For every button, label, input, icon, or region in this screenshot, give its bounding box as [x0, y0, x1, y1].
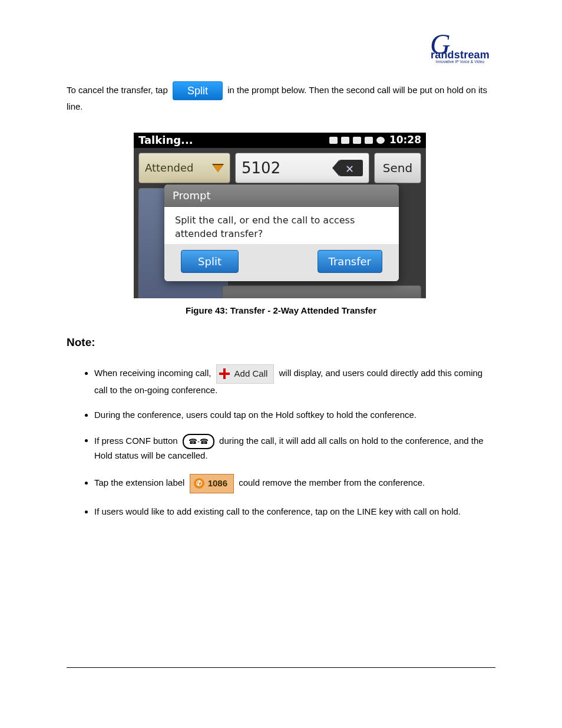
close-icon: ✕ — [345, 162, 354, 176]
footer-rule — [67, 667, 495, 668]
dialog-transfer-button[interactable]: Transfer — [318, 250, 382, 273]
empty-area-bar — [222, 285, 421, 298]
b5-text: If users would like to add existing call… — [94, 506, 461, 516]
backspace-button[interactable]: ✕ — [339, 160, 363, 176]
conf-hardkey-icon: ☎-☎ — [183, 434, 214, 449]
voicemail-icon — [341, 137, 349, 144]
b4-pre: Tap the extension label — [94, 477, 184, 487]
card-icon — [329, 137, 338, 144]
number-input[interactable]: 5102 ✕ — [235, 153, 369, 183]
phone-screenshot: Talking... 10:28 Attended 5102 ✕ Send — [134, 133, 426, 298]
intro-paragraph: To cancel the transfer, tap Split in the… — [67, 81, 495, 113]
handset-right-icon: ☎ — [200, 436, 209, 447]
dialog-split-button[interactable]: Split — [181, 250, 239, 273]
dialog-message: Split the call, or end the call to acces… — [164, 207, 399, 244]
calc-icon — [365, 137, 373, 144]
note-heading: Note: — [67, 335, 95, 351]
transfer-top-row: Attended 5102 ✕ Send — [134, 148, 426, 183]
brand-logo: G randstream Innovative IP Voice & Video — [428, 34, 492, 71]
send-button[interactable]: Send — [374, 153, 421, 183]
phone-circle-icon: ✆ — [194, 478, 204, 489]
b4-post: could remove the member from the confere… — [239, 477, 425, 487]
add-call-label: Add Call — [234, 367, 268, 381]
status-time: 10:28 — [389, 133, 421, 147]
plus-icon — [219, 368, 230, 379]
add-call-button[interactable]: Add Call — [216, 364, 275, 384]
list-item: When receiving incoming call, Add Call w… — [94, 364, 495, 397]
logo-tagline: Innovative IP Voice & Video — [428, 59, 492, 64]
figure-caption: Figure 43: Transfer - 2-Way Attended Tra… — [0, 304, 562, 317]
intro-pre: To cancel the transfer, tap — [67, 85, 168, 95]
list-item: If users would like to add existing call… — [94, 505, 495, 519]
b2-text: During the conference, users could tap o… — [94, 410, 416, 420]
status-title: Talking... — [138, 133, 329, 147]
list-item: If press CONF button ☎-☎ during the call… — [94, 434, 495, 463]
phone-icon — [353, 137, 361, 144]
number-value: 5102 — [242, 157, 335, 179]
prompt-dialog: Prompt Split the call, or end the call t… — [164, 185, 399, 281]
b3-pre: If press CONF button — [94, 435, 178, 445]
logo-brand-text: randstream — [428, 52, 492, 58]
sync-icon — [376, 137, 385, 144]
list-item: Tap the extension label ✆ 1086 could rem… — [94, 474, 495, 493]
notes-list: When receiving incoming call, Add Call w… — [82, 364, 495, 530]
attended-label: Attended — [145, 160, 194, 175]
dialog-title: Prompt — [164, 185, 399, 207]
extension-label-chip[interactable]: ✆ 1086 — [190, 474, 234, 493]
split-button-inline[interactable]: Split — [173, 81, 223, 100]
handset-left-icon: ☎ — [189, 436, 197, 447]
list-item: During the conference, users could tap o… — [94, 409, 495, 422]
extension-number: 1086 — [208, 477, 227, 490]
status-bar: Talking... 10:28 — [134, 133, 426, 148]
attended-dropdown[interactable]: Attended — [138, 153, 230, 183]
chevron-down-icon — [212, 164, 224, 172]
status-icons — [329, 137, 385, 144]
b1-pre: When receiving incoming call, — [94, 368, 211, 378]
